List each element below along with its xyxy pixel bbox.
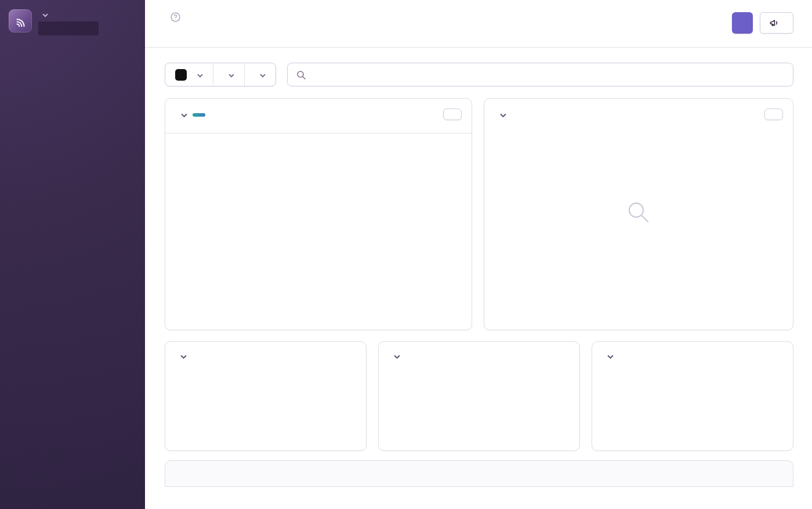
org-name-redacted: [38, 21, 99, 35]
tpm-chart: [417, 370, 569, 442]
empty-state: [484, 125, 793, 330]
main-content: [145, 0, 812, 509]
nextjs-icon: [175, 69, 187, 81]
magnifier-icon: [625, 199, 652, 226]
megaphone-icon: [769, 18, 779, 28]
performance-score-donut-chart: [165, 133, 472, 330]
chevron-down-icon: [500, 109, 506, 121]
performance-score-view-all-button[interactable]: [443, 109, 462, 120]
org-switcher[interactable]: [0, 8, 145, 35]
chevron-down-icon: [180, 351, 187, 362]
search-icon: [296, 70, 306, 80]
failure-rate-chart: [607, 370, 782, 442]
user-misery-card: [165, 341, 367, 451]
view-trends-button[interactable]: [732, 12, 753, 34]
sidebar: [0, 0, 145, 509]
new-badge: [193, 113, 205, 117]
transactions-table: [165, 460, 793, 487]
chevron-down-icon: [394, 351, 400, 362]
chevron-down-icon: [607, 351, 614, 362]
time-consuming-queries-card: [484, 98, 793, 330]
failure-rate-card: [592, 341, 793, 451]
chevron-down-icon: [197, 70, 203, 80]
chevron-down-icon: [42, 9, 48, 20]
environment-filter[interactable]: [213, 63, 244, 86]
question-circle-icon[interactable]: [171, 12, 180, 24]
chevron-down-icon: [181, 109, 187, 121]
filter-bar: [145, 48, 812, 86]
chevron-down-icon: [229, 70, 234, 80]
transactions-table-header: [165, 461, 793, 486]
user-misery-chart: [180, 370, 356, 442]
search-transactions-input[interactable]: [311, 70, 784, 80]
page-filter-group: [165, 63, 276, 86]
queries-view-all-button[interactable]: [764, 109, 783, 120]
project-filter[interactable]: [165, 63, 213, 86]
user-misery-title[interactable]: [176, 351, 187, 362]
failure-rate-title[interactable]: [603, 351, 614, 362]
performance-score-title[interactable]: [176, 109, 205, 121]
date-range-filter[interactable]: [244, 63, 276, 86]
performance-score-card: [165, 98, 472, 330]
sentry-logo-icon: [9, 9, 32, 33]
queries-card-title[interactable]: [495, 109, 506, 121]
search-transactions-box[interactable]: [287, 63, 793, 86]
tpm-title[interactable]: [389, 351, 400, 362]
give-feedback-button[interactable]: [760, 12, 793, 34]
chevron-down-icon: [260, 70, 266, 80]
tpm-card: [378, 341, 580, 451]
